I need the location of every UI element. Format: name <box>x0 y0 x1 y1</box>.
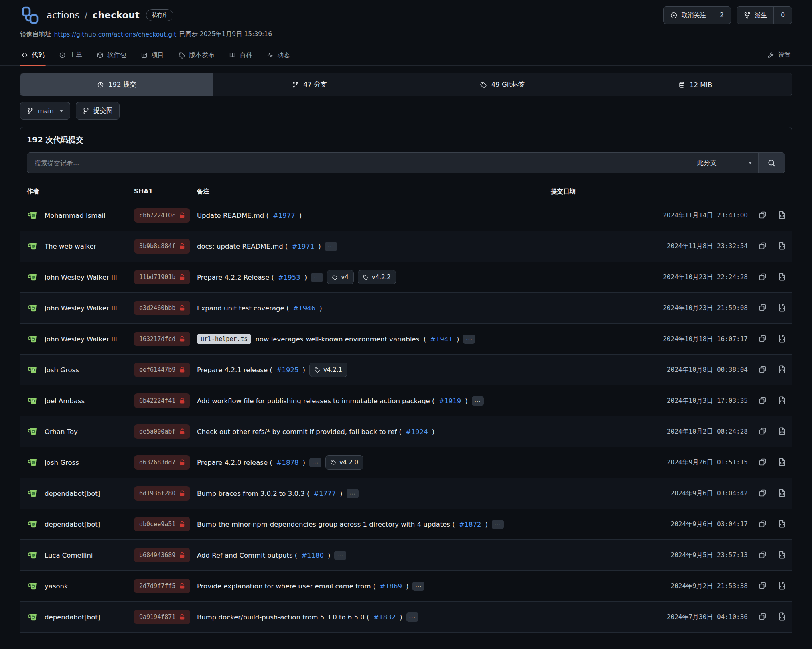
issue-link[interactable]: #1180 <box>301 552 324 559</box>
copy-sha-button[interactable] <box>758 581 767 591</box>
browse-source-button[interactable] <box>777 241 786 251</box>
issue-link[interactable]: #1832 <box>374 613 396 621</box>
browse-source-button[interactable] <box>777 550 786 560</box>
browse-source-button[interactable] <box>777 489 786 499</box>
commit-sha-badge[interactable]: d632683dd7 <box>134 455 190 470</box>
expand-commit-message-button[interactable]: ··· <box>472 396 484 406</box>
commit-author[interactable]: Joel Ambass <box>45 397 85 405</box>
expand-commit-message-button[interactable]: ··· <box>311 273 323 282</box>
tab-wiki[interactable]: 百科 <box>228 45 254 65</box>
issue-link[interactable]: #1777 <box>313 490 336 497</box>
repo-avatar-icon[interactable] <box>20 6 39 25</box>
copy-sha-button[interactable] <box>758 396 767 406</box>
tab-issue[interactable]: 工单 <box>58 45 83 65</box>
commit-author[interactable]: Mohammad Ismail <box>45 212 106 219</box>
tag-chip[interactable]: v4.2.2 <box>358 270 396 284</box>
expand-commit-message-button[interactable]: ··· <box>406 612 418 622</box>
search-scope-select[interactable]: 此分支 <box>691 153 758 173</box>
issue-link[interactable]: #1872 <box>459 521 481 528</box>
tab-package[interactable]: 软件包 <box>95 45 128 65</box>
commit-sha-badge[interactable]: b684943689 <box>134 548 190 562</box>
breadcrumb-repo-link[interactable]: checkout <box>93 10 140 20</box>
issue-link[interactable]: #1946 <box>293 304 315 312</box>
stat-history[interactable]: 192 提交 <box>20 73 213 96</box>
commit-graph-button[interactable]: 提交图 <box>76 102 120 120</box>
search-input[interactable] <box>27 153 691 173</box>
browse-source-button[interactable] <box>777 272 786 282</box>
copy-sha-button[interactable] <box>758 458 767 468</box>
issue-link[interactable]: #1924 <box>406 428 428 436</box>
commit-sha-badge[interactable]: 2d7d9f7ff5 <box>134 579 190 593</box>
copy-sha-button[interactable] <box>758 211 767 221</box>
commit-author[interactable]: dependabot[bot] <box>45 521 100 528</box>
tab-release[interactable]: 版本发布 <box>177 45 216 65</box>
commit-sha-badge[interactable]: db0cee9a51 <box>134 517 190 531</box>
issue-link[interactable]: #1953 <box>278 274 300 281</box>
issue-link[interactable]: #1941 <box>430 335 453 343</box>
commit-author[interactable]: John Wesley Walker III <box>45 274 117 281</box>
copy-sha-button[interactable] <box>758 519 767 529</box>
stat-database[interactable]: 12 MiB <box>599 73 792 96</box>
expand-commit-message-button[interactable]: ··· <box>334 551 346 560</box>
copy-sha-button[interactable] <box>758 489 767 499</box>
stat-tag[interactable]: 49 Git标签 <box>406 73 599 96</box>
unwatch-button[interactable]: 取消关注 2 <box>663 6 731 24</box>
commit-sha-badge[interactable]: 11bd71901b <box>134 270 190 284</box>
commit-sha-badge[interactable]: de5a000abf <box>134 424 190 439</box>
issue-link[interactable]: #1977 <box>273 212 295 219</box>
browse-source-button[interactable] <box>777 458 786 468</box>
expand-commit-message-button[interactable]: ··· <box>412 582 424 591</box>
mirror-url-link[interactable]: https://github.com/actions/checkout.git <box>54 31 177 38</box>
browse-source-button[interactable] <box>777 612 786 622</box>
expand-commit-message-button[interactable]: ··· <box>325 242 337 251</box>
issue-link[interactable]: #1971 <box>292 243 314 250</box>
browse-source-button[interactable] <box>777 334 786 344</box>
expand-commit-message-button[interactable]: ··· <box>463 335 475 344</box>
commit-sha-badge[interactable]: 9a9194f871 <box>134 610 190 624</box>
fork-button[interactable]: 派生 0 <box>737 6 792 24</box>
commit-author[interactable]: yasonk <box>45 582 68 590</box>
search-button[interactable] <box>758 153 785 173</box>
copy-sha-button[interactable] <box>758 272 767 282</box>
copy-sha-button[interactable] <box>758 303 767 313</box>
commit-author[interactable]: John Wesley Walker III <box>45 304 117 312</box>
tab-code[interactable]: 代码 <box>20 45 46 65</box>
tab-project[interactable]: 项目 <box>140 45 165 65</box>
breadcrumb-owner-link[interactable]: actions <box>47 10 80 20</box>
browse-source-button[interactable] <box>777 365 786 375</box>
issue-link[interactable]: #1919 <box>438 397 461 405</box>
commit-author[interactable]: The web walker <box>45 243 96 250</box>
commit-sha-badge[interactable]: 6d193bf280 <box>134 486 190 501</box>
commit-author[interactable]: dependabot[bot] <box>45 490 100 497</box>
commit-author[interactable]: Josh Gross <box>45 366 79 374</box>
commit-author[interactable]: dependabot[bot] <box>45 613 100 621</box>
browse-source-button[interactable] <box>777 427 786 437</box>
stat-branch[interactable]: 47 分支 <box>213 73 406 96</box>
commit-sha-badge[interactable]: cbb722410c <box>134 208 190 223</box>
tag-chip[interactable]: v4.2.1 <box>309 363 347 377</box>
issue-link[interactable]: #1925 <box>276 366 299 374</box>
forks-count[interactable]: 0 <box>773 7 792 24</box>
browse-source-button[interactable] <box>777 396 786 406</box>
issue-link[interactable]: #1878 <box>276 459 299 466</box>
expand-commit-message-button[interactable]: ··· <box>492 520 504 529</box>
issue-link[interactable]: #1869 <box>380 582 402 590</box>
copy-sha-button[interactable] <box>758 427 767 437</box>
commit-sha-badge[interactable]: 3b9b8c884f <box>134 239 190 254</box>
expand-commit-message-button[interactable]: ··· <box>309 458 321 467</box>
copy-sha-button[interactable] <box>758 612 767 622</box>
watchers-count[interactable]: 2 <box>713 7 731 24</box>
commit-sha-badge[interactable]: 163217dfcd <box>134 332 190 346</box>
branch-selector[interactable]: main <box>20 102 70 120</box>
tag-chip[interactable]: v4 <box>327 270 353 284</box>
browse-source-button[interactable] <box>777 581 786 591</box>
commit-author[interactable]: Josh Gross <box>45 459 79 466</box>
tag-chip[interactable]: v4.2.0 <box>325 455 363 470</box>
expand-commit-message-button[interactable]: ··· <box>347 489 359 498</box>
copy-sha-button[interactable] <box>758 334 767 344</box>
commit-sha-badge[interactable]: eef61447b9 <box>134 363 190 377</box>
browse-source-button[interactable] <box>777 303 786 313</box>
commit-sha-badge[interactable]: 6b42224f41 <box>134 393 190 408</box>
commit-author[interactable]: Orhan Toy <box>45 428 78 436</box>
commit-sha-badge[interactable]: e3d2460bbb <box>134 301 190 315</box>
